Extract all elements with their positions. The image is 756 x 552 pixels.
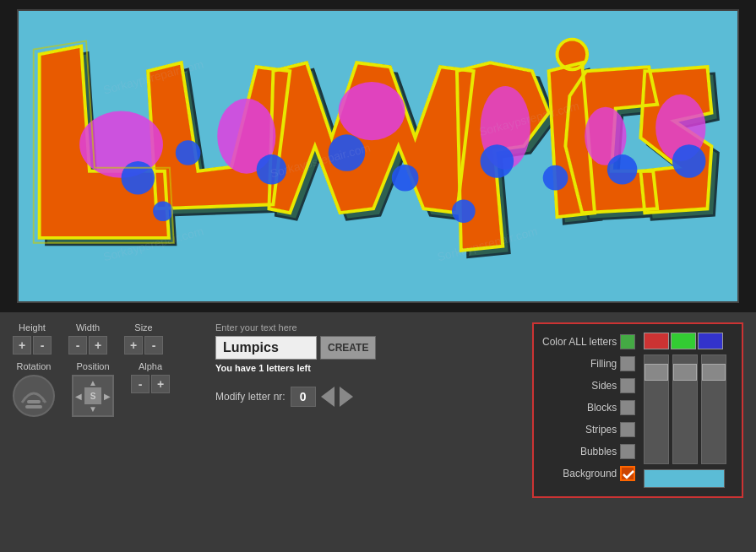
letters-left-suffix: letters left [266, 363, 311, 373]
blocks-label: Blocks [587, 402, 617, 414]
color-all-label: Color ALL letters [542, 336, 617, 348]
svg-point-18 [452, 199, 476, 223]
background-checkbox[interactable] [620, 466, 635, 481]
modify-value: 0 [291, 387, 316, 407]
alpha-label: Alpha [139, 361, 162, 371]
color-panel: Color ALL letters Filling Sides Blocks [532, 322, 743, 498]
modify-prev-arrow[interactable] [321, 387, 334, 407]
height-minus-btn[interactable]: - [33, 336, 52, 354]
text-input-row: CREATE [215, 336, 376, 360]
blue-slider-thumb[interactable] [702, 364, 726, 381]
bubbles-label: Bubbles [580, 446, 617, 457]
red-slider-thumb[interactable] [645, 364, 668, 381]
green-slider-track [672, 354, 698, 464]
svg-point-16 [672, 144, 706, 178]
alpha-pm-group: - + [131, 375, 170, 393]
rotation-control: Rotation [13, 361, 55, 417]
svg-point-4 [339, 82, 405, 140]
background-color-swatch[interactable] [644, 469, 725, 488]
canvas-area: Sorkaypsrepair.com Sorkaypsrepair.com So… [0, 0, 756, 312]
height-control: Height + - [13, 322, 52, 354]
color-top-row [644, 333, 726, 349]
controls-area: Height + - Width - + Size [0, 312, 756, 552]
size-plus-btn[interactable]: + [124, 336, 143, 354]
color-all-swatch[interactable] [620, 334, 635, 349]
size-control: Size + - [124, 322, 163, 354]
filling-row: Filling [590, 354, 635, 373]
stripes-swatch[interactable] [620, 422, 635, 437]
rotation-label: Rotation [17, 361, 52, 371]
text-hint: Enter your text here [215, 322, 376, 333]
sides-swatch[interactable] [620, 378, 635, 393]
width-plus-btn[interactable]: + [89, 336, 107, 354]
green-color-btn[interactable] [671, 333, 696, 349]
compass-center: S [84, 387, 101, 404]
bubbles-swatch[interactable] [620, 444, 635, 459]
size-label: Size [134, 322, 152, 333]
modify-label: Modify letter nr: [215, 391, 286, 403]
svg-point-8 [122, 161, 155, 195]
letters-left-display: You have 1 letters left [215, 363, 376, 373]
blue-slider-track [701, 354, 726, 464]
letters-left-count: 1 [258, 363, 264, 373]
size-pm-group: + - [124, 336, 163, 354]
width-minus-btn[interactable]: - [68, 336, 87, 354]
svg-point-9 [176, 140, 201, 165]
svg-point-15 [607, 154, 638, 185]
compass-up-icon: ▲ [89, 378, 97, 387]
blocks-swatch[interactable] [620, 400, 635, 415]
alpha-plus-btn[interactable]: + [151, 375, 170, 393]
controls-row1: Height + - Width - + Size [13, 322, 207, 354]
position-label: Position [76, 361, 109, 371]
left-controls: Height + - Width - + Size [13, 322, 207, 417]
svg-point-13 [481, 144, 514, 178]
rotation-dial[interactable] [13, 375, 55, 417]
width-control: Width - + [68, 322, 107, 354]
text-input-group: Enter your text here CREATE You have 1 l… [215, 322, 376, 373]
blue-color-btn[interactable] [698, 333, 723, 349]
position-compass[interactable]: ▲ ▼ ◀ ▶ S [72, 375, 114, 417]
sliders-panel [644, 333, 726, 488]
width-pm-group: - + [68, 336, 107, 354]
filling-label: Filling [590, 358, 617, 370]
position-control: Position ▲ ▼ ◀ ▶ S [72, 361, 114, 417]
red-color-btn[interactable] [644, 333, 669, 349]
controls-row2: Rotation Position ▲ ▼ ◀ ▶ [13, 361, 207, 417]
stripes-label: Stripes [585, 424, 617, 436]
rotation-icon [19, 387, 49, 404]
alpha-minus-btn[interactable]: - [131, 375, 150, 393]
svg-point-12 [392, 165, 419, 192]
height-label: Height [19, 322, 46, 333]
background-check-icon [622, 468, 635, 481]
green-slider-thumb[interactable] [673, 364, 697, 381]
sides-label: Sides [591, 380, 617, 392]
background-row: Background [563, 464, 635, 483]
background-label: Background [563, 468, 617, 479]
height-pm-group: + - [13, 336, 52, 354]
compass-right-icon: ▶ [104, 392, 111, 401]
color-all-row: Color ALL letters [542, 333, 635, 351]
graffiti-text-input[interactable] [215, 336, 317, 360]
middle-controls: Enter your text here CREATE You have 1 l… [215, 322, 376, 407]
compass-down-icon: ▼ [89, 404, 97, 414]
sliders-track-area [644, 354, 726, 464]
modify-row: Modify letter nr: 0 [215, 387, 376, 407]
filling-swatch[interactable] [620, 356, 635, 371]
modify-next-arrow[interactable] [340, 387, 353, 407]
stripes-row: Stripes [585, 420, 635, 439]
height-plus-btn[interactable]: + [13, 336, 31, 354]
alpha-control: Alpha - + [131, 361, 170, 393]
main-container: Sorkaypsrepair.com Sorkaypsrepair.com So… [0, 0, 756, 552]
letters-left-text: You have [215, 363, 256, 373]
graffiti-canvas: Sorkaypsrepair.com Sorkaypsrepair.com So… [17, 9, 739, 303]
create-button[interactable]: CREATE [320, 336, 376, 360]
blocks-row: Blocks [587, 398, 635, 417]
red-slider-track [644, 354, 669, 464]
compass-left-icon: ◀ [75, 392, 82, 401]
sides-row: Sides [591, 376, 635, 395]
svg-point-17 [153, 201, 173, 221]
graffiti-svg: Sorkaypsrepair.com Sorkaypsrepair.com So… [19, 11, 737, 301]
color-labels: Color ALL letters Filling Sides Blocks [542, 333, 635, 488]
size-minus-btn[interactable]: - [144, 336, 163, 354]
bubbles-row: Bubbles [580, 442, 635, 461]
